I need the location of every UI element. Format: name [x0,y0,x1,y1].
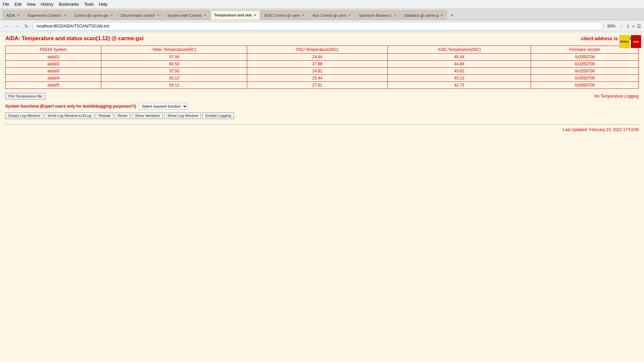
tab-statistics-close[interactable]: ✕ [440,13,443,17]
menu-history[interactable]: History [41,2,53,7]
table-cell: 44.88 [387,61,531,68]
tab-aida-label: AIDA [6,13,15,17]
table-cell: 0x3350706 [531,75,639,82]
tab-system-checks[interactable]: System wide Checks ✕ [164,10,210,20]
tab-experiment-control[interactable]: Experiment Control ( ✕ [24,10,70,20]
tab-asic-control-label: ASIC Control @ carm [264,13,300,17]
forward-button[interactable]: → [13,23,21,29]
zoom-level: 90% [607,24,615,28]
tab-temperature[interactable]: Temperature and stat ✕ [211,10,260,20]
table-cell: 27.81 [247,82,387,89]
table-cell: aida05 [6,82,101,89]
col-header-asic: ASIC Temperature(55C) [387,46,531,54]
col-header-system: FEE64 System [6,46,101,54]
table-cell: 57.94 [101,54,247,61]
menu-view[interactable]: View [27,2,36,7]
menu-help[interactable]: Help [99,2,107,7]
more-button[interactable]: ›› [632,23,635,29]
system-functions-row: System functions (Expert users only for … [5,103,639,110]
tab-control-carme[interactable]: Control @ carme-gsi ✕ [71,10,117,20]
menu-bar: File Edit View History Bookmarks Tools H… [0,0,644,9]
table-cell: 0x3350706 [531,82,639,89]
tab-aida[interactable]: AIDA ✕ [3,10,23,20]
table-cell: 57.56 [101,68,247,75]
new-tab-button[interactable]: + [447,11,456,20]
tab-discriminator-label: Discriminator control [121,13,155,17]
tab-control-carme-label: Control @ carme-gsi [74,13,108,17]
function-select[interactable]: Select required function [139,103,188,110]
tab-bar: AIDA ✕ Experiment Control ( ✕ Control @ … [0,9,644,20]
tab-asic-control[interactable]: ASIC Control @ carm ✕ [261,10,308,20]
plot-row: Plot Temperature file No Temperature Log… [5,93,639,100]
tab-spectrum[interactable]: Spectrum Browser ( ✕ [355,10,400,20]
tab-temperature-close[interactable]: ✕ [254,13,256,17]
no-logging-label: No Temperature Logging [594,94,639,99]
temperature-table: FEE64 System Virtex Temperature(65C) PSU… [5,46,639,89]
action-button-send-log-window-to-elog[interactable]: Send Log Window to ELog [45,112,94,119]
button-row: Empty Log WindowSend Log Window to ELogR… [5,112,639,119]
tab-discriminator-close[interactable]: ✕ [157,13,159,17]
action-button-reload[interactable]: Reload [96,112,113,119]
table-cell: 45.44 [387,54,531,61]
table-cell: aida02 [6,61,101,68]
table-cell: 27.88 [247,61,387,68]
table-cell: 25.44 [247,75,387,82]
aida-logo: AIDA [631,35,641,48]
menu-bookmarks[interactable]: Bookmarks [59,2,79,7]
address-input[interactable] [32,22,603,31]
table-cell: 43.62 [387,68,531,75]
tab-run-control[interactable]: Run Control @ carm ✕ [309,10,355,20]
table-cell: 24.81 [247,68,387,75]
bookmark-button[interactable]: ☆ [620,23,624,29]
table-cell: 60.50 [101,61,247,68]
tab-discriminator[interactable]: Discriminator control ✕ [117,10,163,20]
download-button[interactable]: ⇓ [626,23,630,29]
tab-aida-close[interactable]: ✕ [17,13,20,17]
reload-button[interactable]: ↻ [23,23,30,29]
table-cell: 63.12 [101,75,247,82]
address-bar: ← → ↻ 90% ☆ ⇓ ›› ☰ [0,20,644,32]
action-button-show-log-window[interactable]: Show Log Window [164,112,201,119]
browser-frame: File Edit View History Bookmarks Tools H… [0,0,644,362]
table-cell: 43.12 [387,75,531,82]
table-cell: 0x3350706 [531,61,639,68]
table-row: aida0260.5027.8844.880x3350706 [6,61,639,68]
table-row: aida0157.9424.4445.440x3350706 [6,54,639,61]
plot-temperature-button[interactable]: Plot Temperature file [5,93,45,100]
tab-spectrum-close[interactable]: ✕ [394,13,396,17]
tab-asic-control-close[interactable]: ✕ [302,13,305,17]
sys-functions-label: System functions (Expert users only for … [5,104,136,109]
col-header-psu: PSU Temperature(35C) [247,46,387,54]
menu-button[interactable]: ☰ [637,23,641,29]
action-button-enable-logging[interactable]: Enable Logging [202,112,234,119]
table-row: aida0559.1227.8142.750x3350706 [6,82,639,89]
action-button-empty-log-window[interactable]: Empty Log Window [5,112,43,119]
tab-system-checks-label: System wide Checks [167,13,202,17]
action-button-show-variables[interactable]: Show Variables [132,112,163,119]
table-cell: aida04 [6,75,101,82]
menu-edit[interactable]: Edit [14,2,21,7]
tab-control-carme-close[interactable]: ✕ [110,13,113,17]
table-cell: 42.75 [387,82,531,89]
tab-statistics[interactable]: Statistics @ carme-g ✕ [401,10,447,20]
tab-temperature-label: Temperature and stat [214,13,252,17]
tab-run-control-close[interactable]: ✕ [348,13,351,17]
menu-file[interactable]: File [3,2,9,7]
tab-spectrum-label: Spectrum Browser ( [359,13,391,17]
separator [5,124,639,125]
tab-system-checks-close[interactable]: ✕ [204,13,206,17]
tab-statistics-label: Statistics @ carme-g [405,13,439,17]
logo-area: Midas AIDA [619,35,641,48]
tab-run-control-label: Run Control @ carm [313,13,346,17]
table-cell: 0x3350706 [531,54,639,61]
action-button-reset[interactable]: Reset [115,112,130,119]
menu-tools[interactable]: Tools [84,2,94,7]
back-button[interactable]: ← [3,23,11,29]
table-row: aida0463.1225.4443.120x3350706 [6,75,639,82]
page-title: AIDA: Temperature and status scan(1.12) … [5,36,144,42]
table-row: aida0357.5624.8143.620x3350706 [6,68,639,75]
table-cell: 59.12 [101,82,247,89]
tab-experiment-control-label: Experiment Control ( [28,13,62,17]
col-header-virtex: Virtex Temperature(65C) [101,46,247,54]
tab-experiment-control-close[interactable]: ✕ [64,13,66,17]
